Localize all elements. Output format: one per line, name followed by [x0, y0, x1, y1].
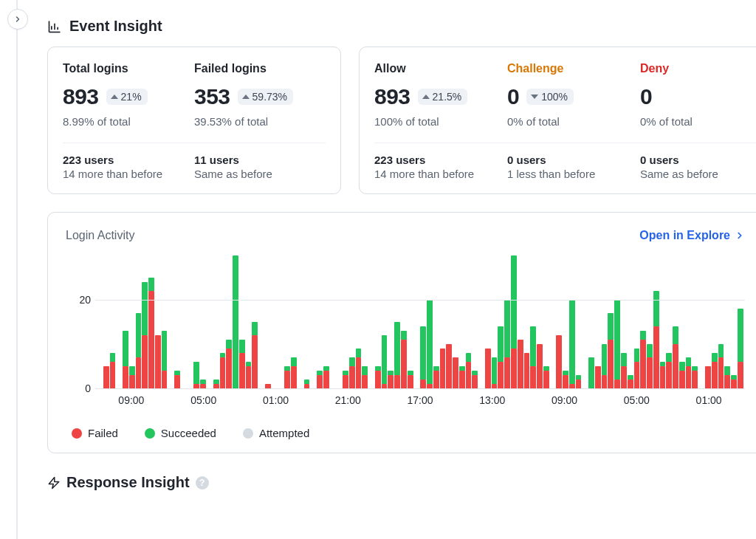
- bar-slot: [284, 255, 290, 388]
- bar-slot: [563, 255, 568, 388]
- legend-dot-grey: [243, 428, 253, 439]
- bar-slot: [576, 255, 582, 388]
- bar-failed: [349, 366, 355, 388]
- bar-failed: [511, 349, 517, 388]
- bar-succeeded: [569, 300, 575, 384]
- metric-users: 11 users: [194, 154, 326, 166]
- bar-succeeded: [492, 357, 498, 384]
- bar-slot: [459, 255, 465, 388]
- bar-failed: [628, 380, 633, 388]
- bar-slot: [291, 255, 297, 388]
- bar-slot: [310, 255, 316, 388]
- bar-failed: [634, 362, 640, 388]
- bar-slot: [556, 255, 562, 388]
- metric-value-line: 89321%: [63, 84, 194, 109]
- metric-users: 223 users: [63, 154, 194, 166]
- bar-failed: [692, 371, 698, 388]
- bar-failed: [576, 380, 582, 388]
- bar-slot: [666, 255, 672, 388]
- bar-slot: [602, 255, 608, 388]
- metric-footer: 223 users14 more than before: [374, 154, 507, 180]
- bar-failed: [356, 357, 362, 388]
- bar-slot: [388, 255, 394, 388]
- caret-up-icon: [422, 95, 430, 99]
- bar-succeeded: [602, 344, 608, 375]
- bar-succeeded: [653, 291, 659, 326]
- bar-succeeded: [110, 353, 116, 362]
- bar-failed: [129, 375, 135, 388]
- bar-failed: [440, 349, 446, 388]
- bar-succeeded: [614, 300, 620, 380]
- bar-succeeded: [498, 326, 504, 362]
- metric-delta-value: 100%: [541, 91, 568, 103]
- chevron-right-icon: [735, 230, 745, 241]
- bar-failed: [291, 366, 297, 388]
- metric-users-delta: 1 less than before: [507, 168, 640, 180]
- help-icon[interactable]: ?: [196, 476, 209, 490]
- metric-value-line: 35359.73%: [194, 84, 326, 109]
- x-tick-label: 21:00: [312, 394, 384, 406]
- bar-slot: [265, 255, 271, 388]
- bar-succeeded: [193, 362, 199, 384]
- metric-footer: 0 usersSame as before: [640, 154, 756, 180]
- bar-slot: [382, 255, 388, 388]
- bar-failed: [518, 340, 523, 388]
- expand-sidebar-button[interactable]: [7, 9, 28, 30]
- bar-slot: [368, 255, 374, 388]
- legend-failed: Failed: [72, 427, 118, 439]
- bar-succeeded: [394, 322, 400, 375]
- metric-value: 0: [507, 84, 519, 109]
- bar-succeeded: [718, 344, 724, 357]
- bar-failed: [446, 344, 452, 388]
- bar-slot: [466, 255, 472, 388]
- x-tick-label: 01:00: [673, 394, 745, 406]
- bar-succeeded: [356, 349, 362, 357]
- metric-value: 893: [374, 84, 410, 109]
- caret-up-icon: [242, 95, 250, 99]
- x-tick-label: 01:00: [240, 394, 312, 406]
- bar-slot: [142, 255, 148, 388]
- chart-x-axis: 09:0005:0001:0021:0017:0013:0009:0005:00…: [95, 394, 745, 406]
- bar-slot: [738, 255, 743, 388]
- bar-failed: [155, 335, 161, 388]
- bar-slot: [252, 255, 258, 388]
- x-tick-label: 05:00: [600, 394, 673, 406]
- metric-title: Allow: [374, 62, 507, 75]
- bar-slot: [420, 255, 426, 388]
- bar-slot: [595, 255, 601, 388]
- bar-succeeded: [362, 366, 368, 375]
- bar-slot: [446, 255, 452, 388]
- metric-delta-badge: 21.5%: [418, 89, 468, 105]
- bar-slot: [304, 255, 310, 388]
- metric-total-logins: Total logins89321%8.99% of total: [63, 62, 194, 128]
- bar-succeeded: [466, 353, 472, 362]
- bar-slot: [712, 255, 718, 388]
- bar-failed: [226, 349, 232, 388]
- legend-attempted-label: Attempted: [259, 427, 309, 439]
- bar-succeeded: [420, 326, 426, 380]
- bar-succeeded: [724, 366, 730, 375]
- metric-share: 0% of total: [507, 115, 640, 128]
- bar-slot: [258, 255, 264, 388]
- metric-failed-logins: Failed logins35359.73%39.53% of total: [194, 62, 326, 128]
- x-tick-label: 17:00: [384, 394, 456, 406]
- response-insight-title: Response Insight: [66, 474, 190, 491]
- bar-failed: [504, 357, 510, 388]
- bar-slot: [504, 255, 510, 388]
- bar-slot: [193, 255, 199, 388]
- caret-up-icon: [111, 95, 118, 99]
- divider: [63, 143, 326, 143]
- bar-succeeded: [634, 349, 640, 362]
- legend-dot-red: [72, 428, 82, 439]
- bar-failed: [375, 371, 381, 388]
- response-insight-header: Response Insight ?: [47, 474, 726, 491]
- bar-succeeded: [588, 357, 594, 388]
- bar-slot: [356, 255, 362, 388]
- bar-slot: [375, 255, 381, 388]
- bar-slot: [472, 255, 478, 388]
- gridline: [95, 300, 745, 301]
- bar-failed: [556, 335, 562, 388]
- bar-slot: [246, 255, 252, 388]
- open-in-explore-link[interactable]: Open in Explore: [639, 229, 745, 242]
- bar-failed: [362, 375, 368, 388]
